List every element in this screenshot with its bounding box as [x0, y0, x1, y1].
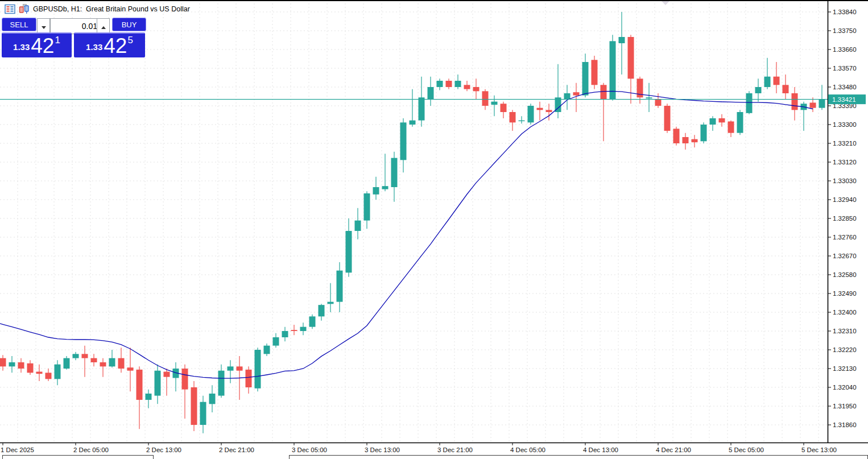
time-axis-label: 2 Dec 13:00	[146, 446, 181, 453]
price-axis-label: 1.31860	[833, 421, 857, 428]
candle-body	[519, 121, 525, 121]
candle-body	[191, 387, 197, 425]
time-axis-label: 2 Dec 05:00	[73, 446, 109, 453]
price-axis-label: 1.32310	[833, 328, 857, 334]
candle-body	[82, 354, 88, 358]
price-axis-label: 1.33750	[833, 27, 857, 34]
candle-body	[491, 102, 498, 105]
candle-body	[328, 302, 334, 304]
candle-body	[0, 358, 6, 367]
time-axis-label: 3 Dec 05:00	[292, 446, 327, 453]
candle-body	[237, 366, 243, 370]
candle-body	[373, 187, 379, 195]
chart-canvas[interactable]: 1.338401.337501.336601.335701.334801.333…	[0, 0, 868, 459]
candle-body	[355, 221, 361, 231]
candle-body	[36, 372, 43, 374]
buy-price-big: 42	[104, 37, 127, 55]
sell-price-big: 42	[31, 37, 54, 55]
quotes-list-icon	[5, 4, 15, 14]
chart-window: 1.338401.337501.336601.335701.334801.333…	[0, 0, 868, 459]
candle-body	[564, 93, 571, 100]
candle-body	[419, 97, 425, 120]
price-axis-label: 1.33570	[833, 65, 857, 72]
candle-body	[127, 367, 134, 371]
price-axis-label: 1.33210	[833, 140, 857, 147]
candle-body	[18, 362, 24, 369]
candle-body	[764, 77, 771, 87]
candle-body	[437, 81, 443, 87]
candle-body	[364, 193, 370, 221]
buy-price-sup: 5	[127, 35, 133, 46]
time-axis-label: 4 Dec 05:00	[510, 446, 545, 453]
candles	[0, 12, 825, 433]
candle-body	[710, 118, 716, 125]
buy-price-box[interactable]: 1.33 42 5	[74, 32, 145, 57]
candle-body	[346, 231, 352, 272]
candle-body	[582, 62, 589, 96]
candle-body	[264, 346, 270, 354]
price-axis-label: 1.33300	[833, 121, 857, 128]
candle-body	[701, 125, 707, 141]
price-axis[interactable]: 1.338401.337501.336601.335701.334801.333…	[828, 9, 857, 428]
candle-body	[200, 402, 206, 425]
candle-body	[46, 373, 52, 379]
bottom-window-edge	[289, 455, 868, 459]
price-axis-label: 1.32670	[833, 253, 857, 259]
price-axis-label: 1.32760	[833, 234, 857, 241]
triangle-up-icon	[101, 26, 106, 29]
price-axis-label: 1.32940	[833, 196, 857, 203]
price-axis-label: 1.32850	[833, 215, 857, 222]
candle-body	[228, 366, 234, 370]
candle-body	[109, 358, 115, 367]
chart-shift-marker-icon	[662, 1, 669, 5]
bottom-window-edge	[2, 455, 154, 459]
candle-body	[446, 81, 452, 87]
time-axis[interactable]: 1 Dec 20252 Dec 05:002 Dec 13:002 Dec 21…	[1, 443, 837, 453]
candle-body	[55, 365, 61, 379]
time-axis-label: 1 Dec 2025	[1, 446, 34, 453]
candle-body	[73, 354, 79, 358]
buy-button[interactable]: BUY	[112, 18, 146, 31]
candle-body	[309, 316, 316, 326]
candle-body	[664, 106, 671, 131]
candlestick-chart-icon	[19, 4, 30, 14]
price-axis-label: 1.32040	[833, 384, 857, 391]
volume-increase-button[interactable]	[97, 18, 110, 34]
candle-body	[610, 41, 616, 100]
candle-body	[510, 112, 516, 122]
candle-body	[755, 87, 762, 93]
buy-price-prefix: 1.33	[86, 42, 102, 52]
sell-price-prefix: 1.33	[13, 42, 30, 52]
candle-body	[209, 394, 216, 404]
current-price-badge: 1.33421	[828, 94, 866, 104]
candle-body	[774, 77, 780, 85]
candle-body	[546, 110, 552, 112]
candle-body	[182, 369, 188, 390]
time-axis-label: 3 Dec 13:00	[365, 446, 400, 453]
candle-body	[164, 372, 170, 377]
candle-body	[728, 122, 734, 133]
time-axis-label: 3 Dec 21:00	[437, 446, 473, 453]
candle-body	[810, 103, 816, 108]
sell-button[interactable]: SELL	[2, 18, 36, 31]
candle-body	[118, 358, 125, 369]
candle-body	[319, 305, 325, 316]
candle-body	[783, 85, 789, 93]
time-axis-label: 5 Dec 13:00	[801, 446, 837, 453]
time-axis-label: 4 Dec 13:00	[583, 446, 618, 453]
volume-decrease-button[interactable]	[37, 18, 50, 34]
time-axis-label: 4 Dec 21:00	[656, 446, 691, 453]
grid	[0, 0, 828, 443]
candle-body	[573, 92, 580, 96]
price-axis-label: 1.31950	[833, 403, 857, 410]
current-price-badge-text: 1.33421	[832, 96, 856, 103]
candle-body	[482, 91, 489, 106]
sell-price-box[interactable]: 1.33 42 1	[2, 32, 72, 57]
candle-body	[64, 358, 70, 369]
candle-body	[464, 85, 470, 89]
price-axis-label: 1.32490	[833, 290, 857, 297]
candle-body	[382, 186, 388, 189]
candle-body	[746, 93, 753, 113]
triangle-down-icon	[42, 26, 46, 29]
candle-body	[692, 139, 698, 143]
